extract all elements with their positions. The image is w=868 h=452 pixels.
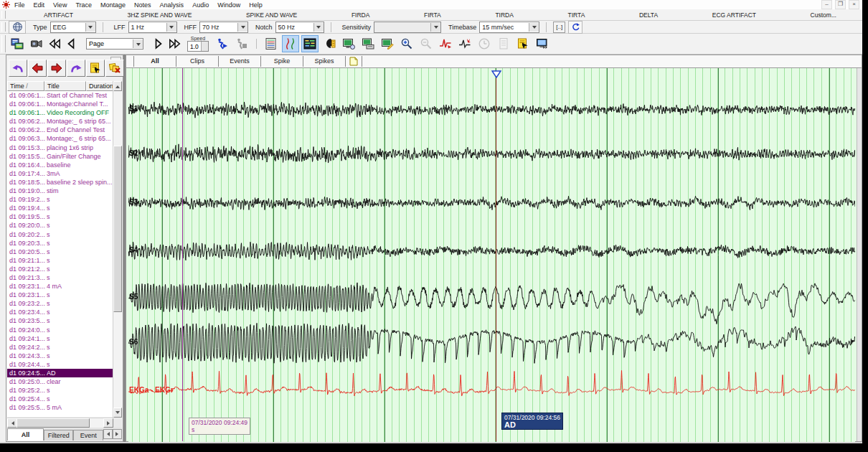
sensitivity-select[interactable] bbox=[374, 22, 441, 33]
hff-select[interactable]: 70 Hz bbox=[199, 22, 248, 33]
event-row[interactable]: d1 09:23:4...s bbox=[7, 308, 113, 316]
event-row[interactable]: d1 09:24:0...s bbox=[7, 326, 113, 334]
event-row[interactable]: d1 09:25:4...s bbox=[7, 395, 113, 403]
menu-help[interactable]: Help bbox=[245, 1, 267, 9]
event-row[interactable]: d1 09:19:2...s bbox=[7, 195, 113, 204]
ekg-wave-icon[interactable] bbox=[456, 35, 473, 52]
nav-goto-note-icon[interactable] bbox=[86, 60, 105, 77]
chevron-down-icon[interactable] bbox=[237, 23, 247, 32]
event-row[interactable]: d1 09:20:3...s bbox=[7, 239, 113, 248]
event-row[interactable]: d1 09:25:0...clear bbox=[7, 377, 113, 386]
globe-icon[interactable] bbox=[9, 21, 26, 34]
screen-capture-icon[interactable] bbox=[340, 35, 357, 52]
toolbar-gripper[interactable] bbox=[1, 35, 6, 52]
chevron-down-icon[interactable] bbox=[430, 23, 440, 32]
nav-next-event-arrow-icon[interactable] bbox=[47, 60, 66, 77]
chevron-down-icon[interactable] bbox=[133, 39, 143, 48]
eeg-plot-canvas[interactable] bbox=[128, 68, 855, 442]
type-select[interactable]: EEG bbox=[50, 22, 96, 33]
quick-button-tirda[interactable]: TIRDA bbox=[491, 10, 518, 20]
trace-tab-spike[interactable]: Spike bbox=[261, 56, 303, 67]
timebase-select[interactable]: 15 mm/sec bbox=[479, 22, 539, 33]
quick-button-3hz-spike-and-wave[interactable]: 3HZ SPIKE AND WAVE bbox=[123, 10, 197, 20]
chevron-down-icon[interactable] bbox=[166, 23, 176, 32]
menu-analysis[interactable]: Analysis bbox=[156, 1, 189, 9]
event-row[interactable]: d1 09:18:5...baseline 2 sleep spin... bbox=[7, 178, 113, 187]
quick-button-custom[interactable]: Custom... bbox=[806, 10, 841, 20]
chevron-down-icon[interactable] bbox=[85, 23, 95, 32]
event-row[interactable]: d1 09:19:0...stim bbox=[7, 187, 113, 195]
event-row[interactable]: d1 09:25:5...5 mA bbox=[7, 403, 113, 412]
toolbar-gripper[interactable] bbox=[1, 22, 6, 32]
column-header-time[interactable]: Time / bbox=[7, 81, 44, 91]
event-row[interactable]: d1 09:24:1...s bbox=[7, 334, 113, 343]
page-forward-fast-button[interactable] bbox=[168, 36, 182, 52]
montage-editor-icon[interactable] bbox=[9, 35, 26, 52]
montage-table-icon[interactable] bbox=[263, 35, 280, 52]
event-list-hscrollbar[interactable] bbox=[7, 418, 113, 428]
page-back-button[interactable] bbox=[64, 36, 78, 52]
sidebar-tab-event[interactable]: Event bbox=[73, 430, 103, 441]
event-list-vscrollbar[interactable] bbox=[113, 81, 122, 418]
event-row[interactable]: d1 09:17:4...3mA bbox=[7, 169, 113, 178]
monitor-more-icon[interactable] bbox=[534, 35, 551, 52]
event-row[interactable]: d1 09:21:2...s bbox=[7, 265, 113, 273]
menu-window[interactable]: Window bbox=[213, 1, 245, 9]
sidebar-tab-all[interactable]: All bbox=[7, 428, 44, 441]
screen-print-icon[interactable] bbox=[359, 35, 377, 52]
event-row[interactable]: d1 09:24:5...AD bbox=[7, 369, 113, 377]
quick-button-tirta[interactable]: TIRTA bbox=[564, 10, 590, 20]
event-row[interactable]: d1 09:06:3...Montage:_ 6 strip 65... bbox=[7, 134, 113, 143]
quick-button-delta[interactable]: DELTA bbox=[635, 10, 662, 20]
menu-view[interactable]: View bbox=[49, 1, 71, 9]
event-row[interactable]: d1 09:06:1...Montage:Channel T... bbox=[7, 100, 113, 108]
quick-button-firta[interactable]: FIRTA bbox=[420, 10, 445, 20]
page-select[interactable]: Page bbox=[86, 38, 143, 50]
event-row[interactable]: d1 09:06:1...Start of Channel Test bbox=[7, 91, 113, 100]
screen-settings-icon[interactable] bbox=[379, 35, 396, 52]
column-header-title[interactable]: Title bbox=[44, 81, 86, 91]
lff-select[interactable]: 1 Hz bbox=[128, 22, 177, 33]
chevron-down-icon[interactable] bbox=[313, 23, 324, 32]
spike-wave-icon[interactable] bbox=[437, 35, 454, 52]
event-row[interactable]: d1 09:15:3...placing 1x6 strip bbox=[7, 143, 113, 152]
event-timestamp-box[interactable]: 07/31/2020 09:24:49 s bbox=[189, 418, 250, 435]
trace-tab-events[interactable]: Events bbox=[219, 56, 261, 67]
new-tab-note-icon[interactable] bbox=[346, 56, 362, 67]
event-row[interactable]: d1 09:20:2...s bbox=[7, 230, 113, 239]
vscroll-thumb[interactable] bbox=[113, 146, 122, 312]
menu-trace[interactable]: Trace bbox=[71, 1, 96, 9]
event-row[interactable]: d1 09:21:1...s bbox=[7, 256, 113, 265]
traces-single-icon[interactable] bbox=[282, 35, 299, 52]
event-row[interactable]: d1 09:23:1...s bbox=[7, 291, 113, 299]
event-row[interactable]: d1 09:19:5...s bbox=[7, 212, 113, 221]
restore-button[interactable]: ❐ bbox=[835, 0, 846, 9]
menu-edit[interactable]: Edit bbox=[29, 1, 49, 9]
nav-delete-notes-icon[interactable] bbox=[105, 60, 124, 77]
event-row[interactable]: d1 09:25:2...s bbox=[7, 386, 113, 395]
trace-vscrollbar[interactable] bbox=[857, 68, 862, 441]
quick-button-firda[interactable]: FIRDA bbox=[347, 10, 374, 20]
page-forward-button[interactable] bbox=[151, 36, 166, 52]
event-row[interactable]: d1 09:21:3...s bbox=[7, 273, 113, 282]
review-cursor-line[interactable] bbox=[496, 74, 496, 441]
menu-notes[interactable]: Notes bbox=[130, 1, 156, 9]
quick-button-artifact[interactable]: ARTIFACT bbox=[39, 10, 77, 20]
event-row[interactable]: d1 09:24:4...s bbox=[7, 360, 113, 369]
toolbar-gripper[interactable] bbox=[1, 11, 6, 19]
event-row[interactable]: d1 09:06:1...Video Recording OFF bbox=[7, 108, 113, 117]
event-row[interactable]: d1 09:06:2...End of Channel Test bbox=[7, 126, 113, 134]
nav-prev-event-arrow-icon[interactable] bbox=[28, 60, 47, 77]
quick-button-ecg-artifact[interactable]: ECG ARTIFACT bbox=[708, 10, 760, 20]
trace-tab-spikes[interactable]: Spikes bbox=[303, 56, 346, 67]
scroll-up-icon[interactable] bbox=[113, 81, 122, 91]
event-row[interactable]: d1 09:24:3...s bbox=[7, 352, 113, 360]
interval-button[interactable]: [..] bbox=[553, 22, 565, 33]
menu-montage[interactable]: Montage bbox=[96, 1, 130, 9]
event-row[interactable]: d1 09:23:1...4 mA bbox=[7, 282, 113, 291]
event-row[interactable]: d1 09:24:2...s bbox=[7, 343, 113, 352]
hscroll-thumb[interactable] bbox=[16, 418, 90, 428]
event-row[interactable]: d1 09:20:5...s bbox=[7, 248, 113, 256]
event-row[interactable]: d1 09:19:4...s bbox=[7, 204, 113, 212]
event-row[interactable]: d1 09:15:5...Gain/Filter Change bbox=[7, 152, 113, 161]
